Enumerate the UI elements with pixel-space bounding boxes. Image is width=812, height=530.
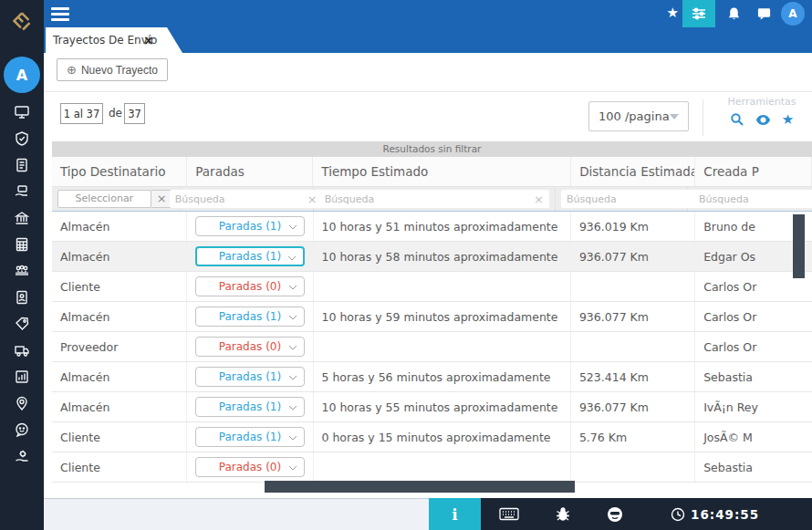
sidebar-item-reports[interactable] [0,363,44,390]
app-logo[interactable] [0,0,44,44]
sidebar-item-documents[interactable] [0,151,44,178]
sidebar-item-bank[interactable] [0,204,44,231]
eye-icon[interactable] [755,114,771,126]
statusbar-left-area [44,498,429,530]
column-header-tiempo-estimado[interactable]: Tiempo Estimado [313,157,571,186]
cell-tiempo: 0 horas y 15 minutos aproximadamente [314,422,571,452]
keyboard-icon[interactable] [499,507,519,521]
cell-tipo: Almacén [52,362,187,391]
cell-distancia: 936.077 Km [571,392,695,421]
paradas-dropdown[interactable]: Paradas (1) [195,427,304,447]
main-content: ⊕ Nuevo Trayecto 1 al 37 de 37 100 /pagi… [44,53,812,498]
paradas-dropdown[interactable]: Paradas (1) [195,246,304,266]
cell-tipo: Cliente [52,422,187,452]
sliders-button[interactable] [682,0,715,27]
paradas-dropdown[interactable]: Paradas (1) [195,307,304,327]
chevron-down-icon [288,315,297,320]
cell-tipo: Almacén [52,302,187,331]
search-icon[interactable] [730,112,744,127]
cell-creada: JosÃ© M [695,422,812,452]
page-range-box[interactable]: 1 al 37 [60,103,103,124]
tools-panel: Herramientas ★ [716,96,807,127]
toolbar-divider [703,99,703,136]
table-row[interactable]: Almacén Paradas (1) 10 horas y 51 minuto… [52,212,812,242]
sidebar-item-calculator[interactable] [0,231,44,257]
hand-gear-icon [14,448,30,464]
statusbar: i 16:49:55 [44,498,812,530]
cell-creada: Sebastia [695,452,812,482]
cell-tiempo [314,332,571,361]
creada-filter-input[interactable] [699,193,812,205]
sidebar-item-people[interactable] [0,257,44,284]
robot-icon[interactable] [607,506,623,523]
info-button[interactable]: i [429,498,481,530]
table-row[interactable]: Almacén Paradas (1) 5 horas y 56 minutos… [52,362,812,392]
table-row[interactable]: Almacén Paradas (1) 10 horas y 58 minuto… [52,242,812,272]
grid-filter-row: Seleccionar × × × × × [52,187,812,212]
sidebar-item-support-chat[interactable] [0,416,44,442]
sidebar-item-locations[interactable] [0,390,44,416]
tab-trayectos-de-envio[interactable]: Trayectos De Envío × [46,27,182,53]
sliders-icon [691,6,707,21]
chat-face-icon [14,421,30,438]
location-pin-icon [14,395,30,411]
table-row[interactable]: Proveedor Paradas (0) Carlos Or [52,332,812,362]
sidebar-item-pricing[interactable] [0,310,44,337]
grid-header-row: Tipo Destinatario Paradas Tiempo Estimad… [52,157,812,187]
clock-time: 16:49:55 [691,507,759,522]
star-icon[interactable]: ★ [667,5,679,21]
column-header-tipo-destinatario[interactable]: Tipo Destinatario [52,157,187,186]
user-avatar[interactable]: A [4,57,40,93]
paradas-dropdown[interactable]: Paradas (0) [195,457,304,477]
plus-circle-icon: ⊕ [67,63,77,77]
sidebar-item-services[interactable] [0,442,44,469]
sidebar-item-dashboard[interactable] [0,99,44,125]
table-row[interactable]: Cliente Paradas (0) Carlos Or [52,272,812,302]
favorite-star-icon[interactable]: ★ [782,113,794,127]
paradas-dropdown[interactable]: Paradas (1) [195,367,304,387]
tab-close-icon[interactable]: × [143,27,154,53]
cell-tiempo: 5 horas y 56 minutos aproximadamente [314,362,571,391]
bell-icon[interactable] [726,5,742,26]
topbar-avatar[interactable]: A [781,2,805,26]
per-page-select[interactable]: 100 /pagina [588,101,689,131]
sidebar-item-payments[interactable] [0,178,44,204]
cell-creada: Sebastia [695,362,812,391]
horizontal-scrollbar[interactable] [265,481,575,493]
cell-tipo: Almacén [52,242,187,271]
calculator-icon [14,236,30,253]
sidebar-item-security[interactable] [0,125,44,151]
vertical-scrollbar[interactable] [793,214,805,278]
cell-distancia: 936.077 Km [571,242,695,271]
paradas-label: Paradas (1) [219,400,281,413]
paradas-filter-input[interactable] [175,193,307,205]
table-row[interactable]: Almacén Paradas (1) 10 horas y 59 minuto… [52,302,812,332]
sidebar-item-employee-file[interactable] [0,284,44,310]
cell-distancia [571,332,695,361]
paradas-dropdown[interactable]: Paradas (0) [195,337,304,357]
cell-tiempo: 10 horas y 59 minutos aproximadamente [314,302,571,331]
table-row[interactable]: Cliente Paradas (0) Sebastia [52,452,812,483]
clear-icon[interactable]: × [534,192,544,206]
column-header-creada-por[interactable]: Creada P [695,157,812,186]
data-grid: Resultados sin filtrar Tipo Destinatario… [52,141,812,483]
column-header-paradas[interactable]: Paradas [187,157,313,186]
clipboard-icon [14,157,30,173]
table-row[interactable]: Almacén Paradas (1) 10 horas y 55 minuto… [52,392,812,422]
tiempo-filter-input[interactable] [325,193,534,205]
new-trayecto-button[interactable]: ⊕ Nuevo Trayecto [57,58,168,81]
paradas-dropdown[interactable]: Paradas (1) [195,397,304,417]
paradas-dropdown[interactable]: Paradas (1) [195,216,304,236]
menu-icon[interactable] [51,7,69,21]
chat-icon[interactable] [756,6,772,25]
tipo-filter-select[interactable]: Seleccionar [57,190,151,208]
bug-icon[interactable] [556,506,570,522]
new-trayecto-label: Nuevo Trayecto [81,64,158,77]
distancia-filter-input[interactable] [567,193,699,205]
grid-toolbar: 1 al 37 de 37 100 /pagina Herramientas ★ [44,91,812,141]
table-row[interactable]: Cliente Paradas (1) 0 horas y 15 minutos… [52,422,812,452]
sidebar-item-transport[interactable] [0,337,44,363]
column-header-distancia-estimada[interactable]: Distancia Estimada [571,157,695,186]
paradas-dropdown[interactable]: Paradas (0) [195,276,304,296]
bank-icon [14,210,30,226]
